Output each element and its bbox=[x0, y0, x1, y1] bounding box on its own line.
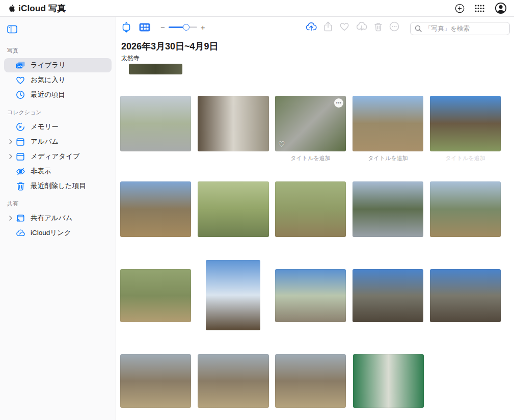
sidebar-item-library[interactable]: ライブラリ bbox=[4, 58, 112, 72]
favorite-icon[interactable] bbox=[339, 22, 349, 31]
clock-icon bbox=[15, 90, 25, 99]
photo-thumbnail-temple-hall-statue-2[interactable] bbox=[430, 269, 501, 322]
app-title: iCloud写真 bbox=[18, 3, 66, 14]
more-options-icon[interactable] bbox=[389, 21, 399, 32]
sidebar-item-label: iCloudリンク bbox=[31, 228, 71, 238]
action-toolbar bbox=[306, 21, 399, 32]
sidebar-item-label: 非表示 bbox=[31, 167, 51, 176]
photo-thumbnail-blossoms-bamboo-grove[interactable] bbox=[198, 181, 269, 237]
main-content: − + bbox=[116, 17, 514, 420]
sidebar-item-favorites[interactable]: お気に入り bbox=[4, 73, 112, 87]
search-icon bbox=[415, 25, 422, 32]
sidebar-section-collections: コレクション bbox=[0, 102, 116, 119]
zoom-slider-track[interactable] bbox=[169, 27, 197, 28]
location-label: 太然寺 bbox=[121, 54, 140, 63]
thumbnail-more-icon[interactable]: ••• bbox=[334, 98, 343, 108]
delete-icon[interactable] bbox=[374, 22, 383, 32]
add-title-caption[interactable]: タイトルを追加 bbox=[353, 154, 423, 162]
sidebar-item-shared-albums[interactable]: 共有アルバム bbox=[4, 211, 112, 225]
photo-thumbnail-kids-on-bikes-3[interactable] bbox=[275, 354, 346, 408]
zoom-in-icon[interactable]: + bbox=[201, 23, 205, 31]
photo-thumbnail-temple-gate-wall[interactable] bbox=[198, 96, 269, 151]
photo-thumbnail-tree-over-temple-roofs[interactable] bbox=[353, 181, 423, 237]
sidebar-section-photos: 写真 bbox=[0, 41, 116, 58]
zoom-out-icon[interactable]: − bbox=[160, 23, 165, 31]
download-icon[interactable] bbox=[356, 22, 367, 31]
zoom-slider-thumb[interactable] bbox=[183, 24, 190, 31]
sidebar: 写真 ライブラリ お気に入り bbox=[0, 17, 116, 420]
shared-album-icon bbox=[15, 214, 25, 223]
favorite-overlay-icon[interactable]: ♡ bbox=[278, 140, 285, 149]
sidebar-item-label: メモリー bbox=[31, 122, 59, 132]
sidebar-item-label: ライブラリ bbox=[31, 61, 66, 70]
photo-thumbnail-kids-on-bikes-1[interactable] bbox=[120, 354, 191, 408]
photo-thumbnail-blossoms-temple-building[interactable] bbox=[353, 96, 423, 151]
photo-thumbnail-koinobori-cherry-blossoms[interactable] bbox=[120, 96, 191, 151]
sidebar-item-label: 最近削除した項目 bbox=[31, 181, 86, 191]
search-input[interactable] bbox=[425, 25, 505, 32]
search-field[interactable] bbox=[410, 22, 510, 35]
date-range-title: 2026年3月30日~4月9日 bbox=[121, 40, 219, 52]
eye-slash-icon bbox=[15, 167, 25, 176]
photos-icon bbox=[15, 61, 25, 69]
trash-icon bbox=[15, 181, 25, 191]
photo-thumbnail-kids-on-bikes-2[interactable] bbox=[198, 354, 269, 408]
share-icon[interactable] bbox=[323, 21, 333, 32]
app-launcher-icon[interactable] bbox=[475, 5, 484, 12]
tile-size-icon[interactable] bbox=[121, 21, 132, 33]
sidebar-item-hidden[interactable]: 非表示 bbox=[4, 164, 112, 178]
heart-icon bbox=[15, 76, 25, 85]
album-icon bbox=[15, 152, 25, 161]
sidebar-item-media-types[interactable]: メディアタイプ bbox=[4, 149, 112, 164]
chevron-right-icon[interactable] bbox=[7, 139, 14, 144]
sidebar-item-label: 共有アルバム bbox=[31, 214, 72, 223]
memories-icon bbox=[15, 122, 25, 132]
add-title-caption[interactable]: タイトルを追加 bbox=[275, 154, 346, 162]
photo-thumbnail-temple-hall-statue-1[interactable] bbox=[353, 269, 423, 322]
add-title-caption[interactable]: タイトルを追加 bbox=[430, 154, 501, 162]
photo-thumbnail-mossy-rock[interactable]: ♡••• bbox=[275, 96, 346, 151]
sidebar-toggle-icon[interactable] bbox=[7, 25, 17, 36]
thumbnail-zoom-slider[interactable]: − + bbox=[160, 23, 205, 31]
album-icon bbox=[15, 138, 25, 146]
upload-icon[interactable] bbox=[306, 22, 317, 31]
apple-logo-icon bbox=[8, 4, 15, 12]
sidebar-item-label: お気に入り bbox=[31, 75, 65, 85]
chevron-right-icon[interactable] bbox=[7, 154, 14, 159]
photo-thumbnail-partial-strip-photo[interactable] bbox=[129, 64, 182, 74]
sidebar-item-recents[interactable]: 最近の項目 bbox=[4, 88, 112, 102]
photo-thumbnail-clouds-roof-portrait[interactable] bbox=[206, 260, 260, 330]
sidebar-item-icloud-links[interactable]: iCloudリンク bbox=[4, 226, 112, 240]
sidebar-item-albums[interactable]: アルバム bbox=[4, 135, 112, 149]
chevron-right-icon[interactable] bbox=[7, 216, 14, 221]
grid-view-icon[interactable] bbox=[139, 23, 150, 32]
cloud-link-icon bbox=[15, 229, 25, 237]
sidebar-item-recently-deleted[interactable]: 最近削除した項目 bbox=[4, 179, 112, 193]
sidebar-item-label: アルバム bbox=[31, 137, 59, 146]
account-avatar-icon[interactable] bbox=[495, 2, 507, 14]
photo-thumbnail-green-pamphlet-tickets[interactable] bbox=[353, 354, 424, 408]
photo-thumbnail-temple-roof-blue-sky[interactable] bbox=[430, 96, 501, 151]
photo-thumbnail-stone-steps-sky[interactable] bbox=[275, 269, 346, 322]
sidebar-section-shared: 共有 bbox=[0, 194, 116, 211]
photo-thumbnail-dirt-yard-forest[interactable] bbox=[120, 269, 191, 322]
app-header: iCloud写真 bbox=[0, 0, 514, 17]
sidebar-item-memories[interactable]: メモリー bbox=[4, 120, 112, 134]
photo-thumbnail-white-blossom-roof[interactable] bbox=[120, 181, 191, 237]
create-new-icon[interactable] bbox=[455, 4, 465, 13]
sidebar-item-label: メディアタイプ bbox=[31, 152, 80, 161]
view-toolbar: − + bbox=[121, 21, 205, 33]
photo-thumbnail-hilltop-town-view[interactable] bbox=[430, 181, 501, 237]
sidebar-item-label: 最近の項目 bbox=[31, 90, 65, 99]
photo-thumbnail-blossom-branch-hillside[interactable] bbox=[275, 181, 346, 237]
